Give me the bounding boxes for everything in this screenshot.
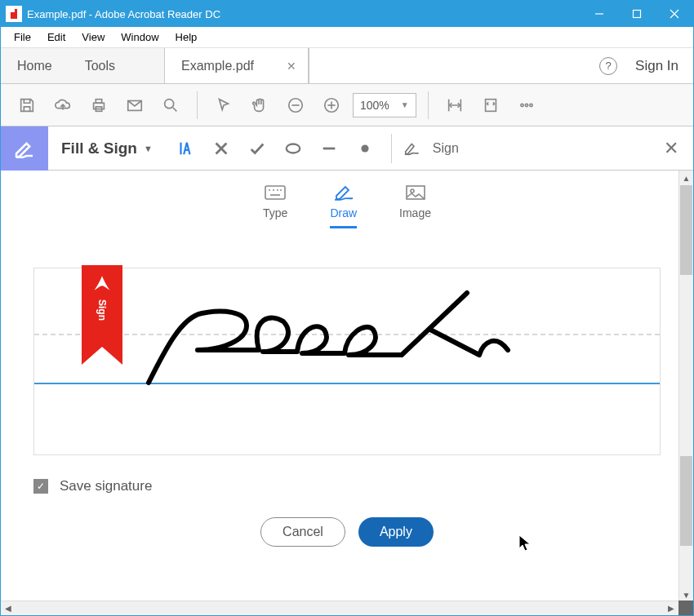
keyboard-icon (264, 184, 287, 202)
acrobat-logo-icon (91, 273, 113, 295)
tab-tools[interactable]: Tools (69, 48, 131, 83)
close-toolbar-icon[interactable]: ✕ (664, 138, 678, 159)
svg-rect-17 (485, 99, 496, 111)
close-button[interactable] (656, 1, 693, 27)
image-icon (404, 184, 427, 202)
chevron-down-icon: ▼ (401, 100, 409, 109)
app-icon (6, 6, 22, 22)
tabbar: Home Tools Example.pdf ✕ ? Sign In (1, 48, 693, 84)
minimize-button[interactable] (581, 1, 618, 27)
svg-rect-27 (265, 186, 285, 199)
sig-tab-image-label: Image (399, 206, 431, 219)
search-icon[interactable] (156, 91, 185, 120)
svg-rect-4 (94, 103, 105, 109)
sig-tab-draw[interactable]: Draw (330, 184, 357, 228)
svg-point-19 (525, 104, 527, 106)
cloud-upload-icon[interactable] (48, 91, 78, 120)
scroll-left-icon[interactable]: ◀ (1, 601, 16, 615)
zoom-out-icon[interactable] (281, 91, 310, 120)
svg-point-18 (521, 104, 523, 106)
apply-button[interactable]: Apply (358, 517, 434, 547)
drawn-signature (140, 277, 549, 407)
svg-point-26 (361, 144, 368, 152)
tab-close-icon[interactable]: ✕ (287, 60, 296, 73)
svg-point-20 (530, 104, 532, 106)
signature-method-tabs: Type Draw Image (1, 171, 693, 235)
menu-window[interactable]: Window (113, 29, 167, 46)
svg-point-34 (411, 189, 414, 193)
fit-page-icon[interactable] (476, 91, 505, 120)
svg-point-24 (287, 144, 300, 153)
menu-edit[interactable]: Edit (39, 29, 73, 46)
content-area: ▲ ▼ Type Draw Image Sign (1, 171, 693, 602)
more-icon[interactable] (512, 91, 541, 120)
tab-home[interactable]: Home (1, 48, 69, 83)
scrollbar-corner (678, 600, 693, 615)
checkmark-icon[interactable] (239, 131, 275, 166)
main-toolbar: 100% ▼ (1, 84, 693, 126)
sign-here-ribbon: Sign (82, 265, 122, 371)
text-tool-icon[interactable] (167, 131, 203, 166)
menu-help[interactable]: Help (167, 29, 206, 46)
signature-canvas[interactable]: Sign (33, 268, 661, 455)
fill-sign-label: Fill & Sign (61, 140, 137, 157)
sig-tab-image[interactable]: Image (399, 184, 431, 228)
email-icon[interactable] (120, 91, 149, 120)
pen-icon (332, 184, 355, 202)
cancel-button[interactable]: Cancel (260, 517, 345, 547)
cursor-icon (518, 534, 532, 552)
circle-icon[interactable] (275, 131, 311, 166)
sign-in-link[interactable]: Sign In (635, 58, 678, 74)
menu-view[interactable]: View (73, 29, 113, 46)
tab-document[interactable]: Example.pdf ✕ (164, 48, 309, 83)
sign-tool-label: Sign (433, 141, 459, 156)
selection-icon[interactable] (209, 91, 238, 120)
help-icon[interactable]: ? (599, 57, 617, 75)
line-icon[interactable] (311, 131, 347, 166)
scroll-thumb[interactable] (680, 185, 692, 275)
window-title: Example.pdf - Adobe Acrobat Reader DC (27, 8, 581, 20)
svg-point-8 (165, 99, 174, 108)
print-icon[interactable] (84, 91, 113, 120)
sig-tab-draw-label: Draw (330, 206, 357, 219)
chevron-down-icon[interactable]: ▼ (144, 144, 153, 153)
dot-icon[interactable] (347, 131, 383, 166)
zoom-select[interactable]: 100% ▼ (353, 93, 416, 117)
save-icon[interactable] (12, 91, 42, 120)
scroll-up-icon[interactable]: ▲ (679, 171, 693, 185)
svg-line-9 (173, 107, 177, 111)
zoom-in-icon[interactable] (317, 91, 346, 120)
titlebar: Example.pdf - Adobe Acrobat Reader DC (1, 1, 693, 27)
menubar: File Edit View Window Help (1, 27, 693, 48)
scroll-right-icon[interactable]: ▶ (664, 601, 678, 615)
svg-rect-1 (634, 11, 641, 18)
save-signature-label: Save signature (60, 478, 152, 494)
tab-document-label: Example.pdf (181, 59, 254, 73)
fit-width-icon[interactable] (440, 91, 469, 120)
menu-file[interactable]: File (6, 29, 39, 46)
sign-tool[interactable]: Sign (403, 140, 459, 157)
zoom-value: 100% (360, 99, 389, 112)
sig-tab-type[interactable]: Type (263, 184, 287, 228)
hand-icon[interactable] (245, 91, 274, 120)
dialog-buttons: Cancel Apply (1, 517, 693, 547)
fill-sign-active-icon[interactable] (1, 126, 48, 171)
sign-here-label: Sign (96, 299, 108, 321)
x-mark-icon[interactable] (203, 131, 239, 166)
horizontal-scrollbar[interactable]: ◀ ▶ (1, 600, 678, 615)
fill-sign-toolbar: Fill & Sign ▼ Sign ✕ (1, 126, 693, 171)
svg-rect-5 (96, 99, 101, 103)
save-signature-row: ✓ Save signature (33, 478, 661, 494)
save-signature-checkbox[interactable]: ✓ (33, 479, 48, 494)
sig-tab-type-label: Type (263, 206, 287, 219)
maximize-button[interactable] (618, 1, 656, 27)
